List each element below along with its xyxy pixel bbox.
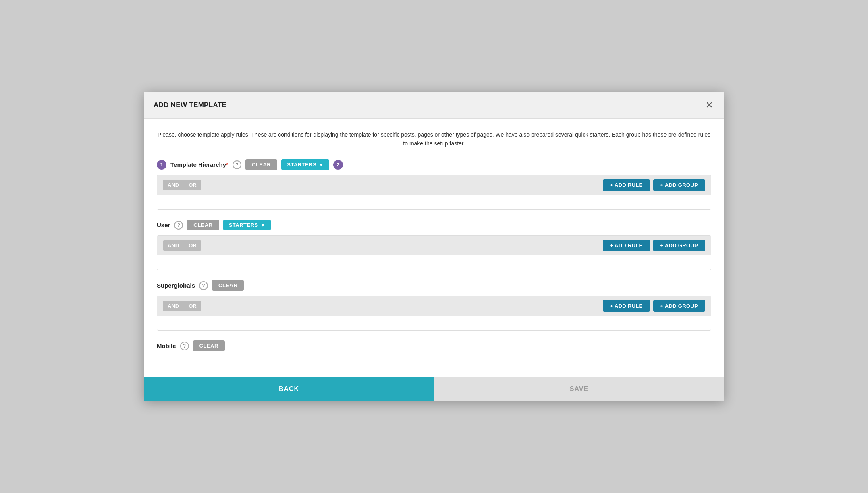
- badge-1: 1: [157, 160, 166, 170]
- add-group-button[interactable]: + ADD GROUP: [653, 179, 705, 191]
- mobile-label: Mobile: [157, 342, 176, 349]
- template-hierarchy-help-icon[interactable]: ?: [233, 160, 241, 169]
- user-help-icon[interactable]: ?: [174, 221, 183, 230]
- or-button[interactable]: OR: [184, 180, 201, 190]
- save-button[interactable]: SAVE: [434, 377, 724, 401]
- template-hierarchy-rule-bottom: [157, 195, 711, 209]
- mobile-help-icon[interactable]: ?: [180, 342, 189, 350]
- section-mobile: Mobile ? CLEAR: [157, 340, 711, 356]
- section-superglobals: Superglobals ? CLEAR AND OR + ADD RULE +…: [157, 280, 711, 331]
- and-or-group: AND OR: [163, 180, 201, 190]
- section-header-superglobals: Superglobals ? CLEAR: [157, 280, 711, 291]
- back-button[interactable]: BACK: [144, 377, 434, 401]
- user-rule-top: AND OR + ADD RULE + ADD GROUP: [157, 236, 711, 255]
- user-and-or-group: AND OR: [163, 240, 201, 251]
- section-header-user: User ? CLEAR STARTERS ▼: [157, 220, 711, 230]
- user-starters-button[interactable]: STARTERS ▼: [223, 220, 271, 230]
- badge-2: 2: [333, 160, 343, 170]
- superglobals-or-button[interactable]: OR: [184, 301, 201, 311]
- superglobals-rule-top: AND OR + ADD RULE + ADD GROUP: [157, 296, 711, 316]
- superglobals-add-rule-button[interactable]: + ADD RULE: [603, 300, 650, 312]
- user-add-group-button[interactable]: + ADD GROUP: [653, 240, 705, 251]
- section-template-hierarchy: 1 Template Hierarchy* ? CLEAR STARTERS ▼…: [157, 159, 711, 210]
- superglobals-clear-button[interactable]: CLEAR: [212, 280, 244, 291]
- superglobals-add-rule-group: + ADD RULE + ADD GROUP: [603, 300, 705, 312]
- user-or-button[interactable]: OR: [184, 240, 201, 251]
- modal: ADD NEW TEMPLATE ✕ Please, choose templa…: [144, 92, 724, 402]
- and-button[interactable]: AND: [163, 180, 184, 190]
- starters-label: STARTERS: [287, 162, 316, 168]
- superglobals-and-button[interactable]: AND: [163, 301, 184, 311]
- modal-header: ADD NEW TEMPLATE ✕: [144, 92, 724, 119]
- modal-title: ADD NEW TEMPLATE: [154, 101, 226, 109]
- superglobals-help-icon[interactable]: ?: [199, 281, 208, 290]
- add-rule-button[interactable]: + ADD RULE: [603, 179, 650, 191]
- user-rule-bottom: [157, 255, 711, 270]
- user-rule-box: AND OR + ADD RULE + ADD GROUP: [157, 235, 711, 270]
- superglobals-rule-box: AND OR + ADD RULE + ADD GROUP: [157, 296, 711, 331]
- template-hierarchy-label: Template Hierarchy*: [170, 161, 228, 168]
- superglobals-rule-bottom: [157, 316, 711, 330]
- user-add-rule-button[interactable]: + ADD RULE: [603, 240, 650, 251]
- modal-footer: BACK SAVE: [144, 377, 724, 401]
- section-header-mobile: Mobile ? CLEAR: [157, 340, 711, 351]
- required-star: *: [226, 161, 228, 168]
- user-and-button[interactable]: AND: [163, 240, 184, 251]
- template-hierarchy-clear-button[interactable]: CLEAR: [245, 159, 277, 170]
- superglobals-and-or-group: AND OR: [163, 301, 201, 311]
- section-header-template-hierarchy: 1 Template Hierarchy* ? CLEAR STARTERS ▼…: [157, 159, 711, 170]
- add-rule-group: + ADD RULE + ADD GROUP: [603, 179, 705, 191]
- close-button[interactable]: ✕: [704, 99, 714, 111]
- chevron-down-icon: ▼: [319, 162, 323, 167]
- mobile-clear-button[interactable]: CLEAR: [193, 340, 225, 351]
- user-label: User: [157, 222, 170, 228]
- section-user: User ? CLEAR STARTERS ▼ AND OR + ADD RUL…: [157, 220, 711, 270]
- user-chevron-down-icon: ▼: [261, 223, 265, 228]
- user-clear-button[interactable]: CLEAR: [187, 220, 219, 230]
- superglobals-label: Superglobals: [157, 282, 195, 289]
- user-starters-label: STARTERS: [229, 222, 258, 228]
- superglobals-add-group-button[interactable]: + ADD GROUP: [653, 300, 705, 312]
- modal-body: Please, choose template apply rules. The…: [144, 119, 724, 377]
- template-hierarchy-rule-top: AND OR + ADD RULE + ADD GROUP: [157, 175, 711, 195]
- description: Please, choose template apply rules. The…: [157, 130, 711, 148]
- user-add-rule-group: + ADD RULE + ADD GROUP: [603, 240, 705, 251]
- template-hierarchy-starters-button[interactable]: STARTERS ▼: [281, 159, 329, 170]
- template-hierarchy-rule-box: AND OR + ADD RULE + ADD GROUP: [157, 175, 711, 210]
